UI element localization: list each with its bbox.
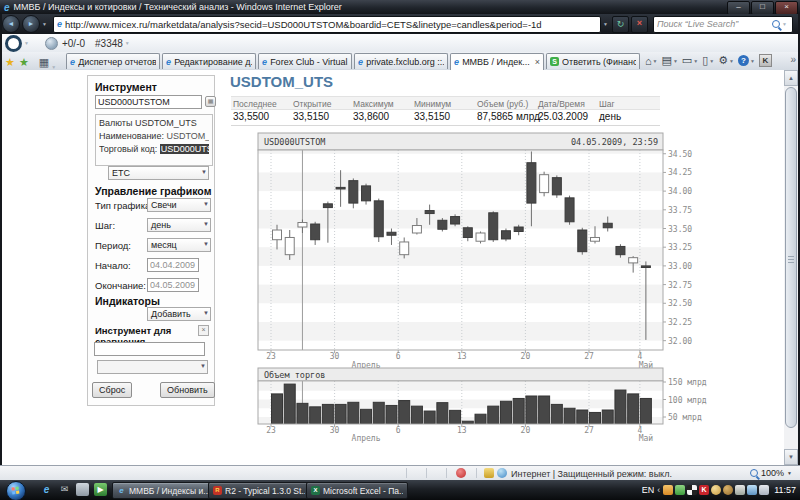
start-date-input[interactable]: 04.04.2009 <box>147 258 199 272</box>
table-header-cell: Последнее <box>233 99 277 109</box>
maximize-button[interactable]: □ <box>751 1 774 15</box>
url-dropdown-icon[interactable]: ▼ <box>603 21 608 27</box>
add-favorite-star-icon[interactable]: ★ <box>19 54 29 70</box>
search-input[interactable]: Поиск “Live Search” ▼ <box>653 16 793 33</box>
home-icon[interactable]: ⌂▼ <box>645 55 658 67</box>
tray-chevron-icon[interactable]: ‹ <box>657 485 660 495</box>
quick-tabs-icon[interactable]: ▦ <box>39 54 49 70</box>
tab-4[interactable]: eММВБ / Индек...× <box>450 53 544 70</box>
taskbar-window-r2[interactable]: RR2 - Typical 1.3.0 St... <box>208 482 310 499</box>
table-header-cell: Дата/Время <box>538 99 585 109</box>
end-date-input[interactable]: 04.05.2009 <box>147 278 199 292</box>
clock[interactable]: 11:57 <box>774 485 796 495</box>
addon-dropdown-icon[interactable]: ▼ <box>24 40 29 46</box>
chart-type-select[interactable]: Свечи ▼ <box>147 198 211 212</box>
checkered-tray-icon[interactable] <box>687 485 697 495</box>
tab-label: Диспетчер отчетов <box>78 57 156 67</box>
print-icon[interactable]: ▭▼ <box>682 54 698 67</box>
compare-close-icon[interactable]: × <box>198 325 209 336</box>
search-placeholder: Поиск “Live Search” <box>657 19 772 29</box>
tab-label: ММВБ / Индек... <box>462 57 533 67</box>
network-tray-icon[interactable] <box>747 485 757 495</box>
taskbar-window-excel[interactable]: XMicrosoft Excel - Па... <box>306 482 408 499</box>
lookup-icon[interactable]: ▦ <box>205 96 216 107</box>
status-separator <box>406 468 407 478</box>
tab-2[interactable]: eForex Club - Virtual... <box>258 53 352 69</box>
usb-tray-icon[interactable] <box>735 485 745 495</box>
tools-icon[interactable]: ⚙▼ <box>718 54 734 67</box>
ie-taskbar-icon: e <box>117 486 126 495</box>
instrument-input[interactable]: USD000UTSTOM <box>95 95 202 109</box>
table-value-cell: 25.03.2009 <box>538 111 588 122</box>
excel-taskbar-icon: X <box>311 486 320 495</box>
kaspersky-icon[interactable]: K <box>759 54 772 67</box>
quote-table-header: ПоследнееОткрытиеМаксимумМинимумОбъем (р… <box>231 96 660 110</box>
agent-green-tray-icon[interactable] <box>675 485 685 495</box>
compare-input[interactable] <box>94 342 205 356</box>
kaspersky-tray-icon[interactable]: K <box>699 485 709 495</box>
table-header-cell: Максимум <box>353 99 394 109</box>
scroll-up-icon[interactable]: ▲ <box>784 70 798 86</box>
tab-close-icon[interactable]: × <box>535 57 540 67</box>
ie-page-icon: e <box>166 57 171 67</box>
security-zone-text: Интернет | Защищенный режим: выкл. <box>511 469 672 479</box>
tab-1[interactable]: eРедактирование д... <box>162 53 256 69</box>
feeds-icon[interactable]: ▤▼ <box>661 54 677 67</box>
tab-3[interactable]: eprivate.fxclub.org ::... <box>354 53 448 69</box>
vertical-scrollbar[interactable]: ▲ ▼ <box>784 70 798 465</box>
search-dropdown-icon[interactable]: ▼ <box>782 21 787 27</box>
scrollbar-grip <box>788 256 794 263</box>
address-bar: ◄ ► ▼ e http://www.micex.ru/marketdata/a… <box>0 14 800 34</box>
url-field[interactable]: e http://www.micex.ru/marketdata/analysi… <box>53 16 601 33</box>
addon-number-dropdown-icon[interactable]: ▼ <box>125 40 130 46</box>
zoom-dropdown-icon[interactable]: ▼ <box>787 470 792 476</box>
table-header-cell: Открытие <box>293 99 331 109</box>
table-value-cell: 87,5865 млрд <box>477 111 540 122</box>
nav-history-dropdown-icon[interactable]: ▼ <box>42 21 47 27</box>
alert-icon[interactable] <box>484 468 494 478</box>
tab-label: Ответить (Финанс... <box>562 57 636 67</box>
addon-toolbar: ▼ +0/-0 #3348 ▼ <box>0 34 800 53</box>
coin-tray-icon[interactable] <box>711 485 721 495</box>
favorites-star-icon[interactable]: ★ <box>5 54 15 70</box>
protection-disabled-icon[interactable] <box>456 468 466 478</box>
ie-window-icon: e <box>4 2 10 13</box>
indicators-value: Добавить <box>151 309 191 319</box>
tab-5[interactable]: SОтветить (Финанс... <box>546 53 640 69</box>
table-header-cell: Объем (руб.) <box>477 99 528 109</box>
board-select[interactable]: ЕТС ▼ <box>108 166 209 180</box>
zoom-control[interactable]: 100% ▼ <box>750 468 792 478</box>
reset-button[interactable]: Сброс <box>92 382 132 398</box>
taskbar-window-ie[interactable]: eММВБ / Индексы и... <box>112 482 214 499</box>
search-icon[interactable] <box>772 20 780 28</box>
refresh-button[interactable]: ↻ <box>612 16 629 33</box>
language-indicator[interactable]: EN <box>642 485 655 495</box>
back-button[interactable]: ◄ <box>2 15 20 33</box>
period-select[interactable]: месяц ▼ <box>147 238 211 252</box>
compare-select[interactable]: ▼ <box>97 360 208 374</box>
coin-dark-tray-icon[interactable] <box>723 485 733 495</box>
stop-button[interactable]: × <box>631 16 648 33</box>
chevron-down-icon: ▼ <box>203 310 209 316</box>
update-button[interactable]: Обновить <box>160 382 215 398</box>
ie-page-icon: e <box>70 57 75 67</box>
command-overflow-icon[interactable]: » <box>790 54 796 65</box>
forward-button[interactable]: ► <box>22 15 40 33</box>
page-icon[interactable]: ▯▼ <box>702 54 714 67</box>
step-select[interactable]: день ▼ <box>147 218 211 232</box>
agent-orange-tray-icon[interactable] <box>663 485 673 495</box>
sec-name-link[interactable]: USDTOM_UTS <box>166 131 209 141</box>
volume-tray-icon[interactable] <box>759 485 769 495</box>
chevron-down-icon: ▼ <box>693 58 698 64</box>
scrollbar-thumb[interactable] <box>785 87 797 428</box>
close-button[interactable]: × <box>775 1 798 15</box>
scroll-down-icon[interactable]: ▼ <box>784 449 798 465</box>
help-icon[interactable]: ?▼ <box>738 55 755 66</box>
period-value: месяц <box>151 240 177 250</box>
minimize-button[interactable]: – <box>727 1 750 15</box>
chevron-down-icon: ▼ <box>203 221 209 227</box>
indicators-select[interactable]: Добавить ▼ <box>147 307 211 321</box>
tab-0[interactable]: eДиспетчер отчетов <box>66 53 160 69</box>
addon-icon[interactable] <box>5 35 22 52</box>
addon-number[interactable]: #3348 <box>95 38 123 49</box>
